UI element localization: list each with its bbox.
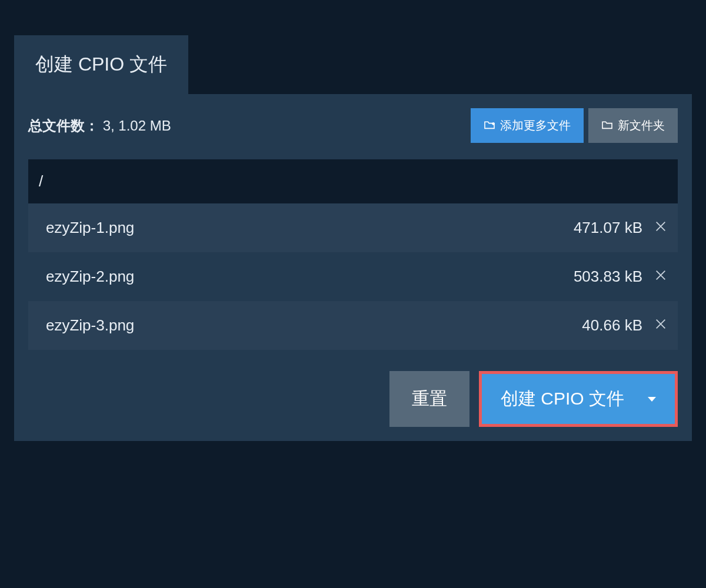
file-rows: ezyZip-1.png 471.07 kB ezyZip-2.png 503.… [28, 203, 678, 350]
current-path: / [39, 172, 43, 190]
reset-button[interactable]: 重置 [389, 371, 469, 427]
file-count-summary: 总文件数： 3, 1.02 MB [28, 116, 171, 135]
folder-add-icon [484, 119, 495, 132]
new-folder-label: 新文件夹 [618, 118, 665, 133]
folder-icon [601, 119, 613, 132]
content-panel: 总文件数： 3, 1.02 MB 添加更多文件 [14, 94, 692, 441]
file-meta: 471.07 kB [574, 219, 667, 237]
file-size: 471.07 kB [574, 219, 642, 237]
file-name: ezyZip-3.png [46, 316, 582, 335]
create-button-highlight: 创建 CPIO 文件 [479, 371, 678, 427]
file-name: ezyZip-2.png [46, 268, 574, 286]
file-count-label: 总文件数： [28, 118, 99, 133]
tab-create-cpio[interactable]: 创建 CPIO 文件 [14, 35, 188, 94]
close-icon[interactable] [654, 219, 667, 237]
caret-down-icon [648, 397, 656, 402]
tab-title: 创建 CPIO 文件 [35, 54, 167, 75]
file-row[interactable]: ezyZip-3.png 40.66 kB [28, 301, 678, 350]
file-size: 40.66 kB [582, 316, 642, 335]
create-label: 创建 CPIO 文件 [501, 387, 624, 411]
new-folder-button[interactable]: 新文件夹 [588, 108, 678, 143]
file-count-value: 3, 1.02 MB [103, 118, 171, 133]
file-row[interactable]: ezyZip-2.png 503.83 kB [28, 252, 678, 301]
file-row[interactable]: ezyZip-1.png 471.07 kB [28, 203, 678, 252]
file-meta: 40.66 kB [582, 316, 667, 335]
file-list: / ezyZip-1.png 471.07 kB ezyZip- [28, 159, 678, 350]
add-files-button[interactable]: 添加更多文件 [471, 108, 584, 143]
file-meta: 503.83 kB [574, 268, 667, 286]
path-row[interactable]: / [28, 159, 678, 203]
close-icon[interactable] [654, 268, 667, 286]
reset-label: 重置 [412, 389, 447, 408]
add-files-label: 添加更多文件 [500, 118, 571, 133]
toolbar: 总文件数： 3, 1.02 MB 添加更多文件 [28, 108, 678, 143]
toolbar-buttons: 添加更多文件 新文件夹 [471, 108, 678, 143]
file-size: 503.83 kB [574, 268, 642, 286]
create-cpio-button[interactable]: 创建 CPIO 文件 [482, 374, 675, 424]
close-icon[interactable] [654, 316, 667, 335]
action-bar: 重置 创建 CPIO 文件 [28, 371, 678, 427]
file-name: ezyZip-1.png [46, 219, 574, 237]
